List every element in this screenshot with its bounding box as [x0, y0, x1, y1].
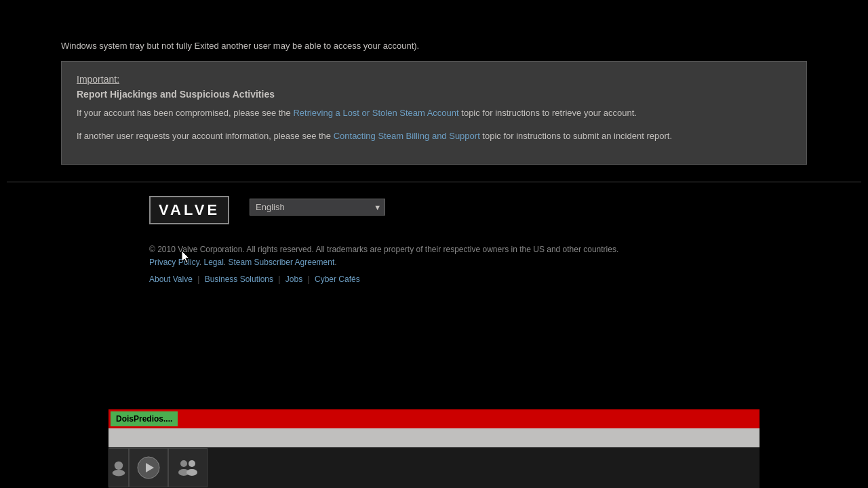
svg-point-7	[186, 469, 197, 476]
footer-nav-links: About Valve | Business Solutions | Jobs …	[149, 274, 861, 284]
link-cyber-cafes[interactable]: Cyber Cafés	[315, 274, 360, 284]
footer-copyright: © 2010 Valve Corporation. All rights res…	[149, 243, 644, 269]
important-title: Report Hijackings and Suspicious Activit…	[77, 89, 791, 100]
link-contacting-steam[interactable]: Contacting Steam Billing and Support	[334, 131, 480, 141]
link-privacy-policy[interactable]: Privacy Policy	[149, 258, 199, 267]
users-icon	[176, 455, 200, 480]
taskbar-red-bar: DoisPredios....	[108, 409, 760, 428]
taskbar-active-item[interactable]: DoisPredios....	[111, 411, 178, 426]
valve-logo-text: VALVE	[159, 201, 220, 218]
svg-point-1	[113, 470, 125, 476]
taskbar-icon-1-svg	[109, 455, 128, 480]
paragraph2: If another user requests your account in…	[77, 129, 791, 143]
link-jobs[interactable]: Jobs	[285, 274, 302, 284]
footer: VALVE English ▼ © 2010 Valve Corporation…	[0, 196, 868, 284]
taskbar-icon-1[interactable]	[108, 448, 129, 487]
link-legal[interactable]: Legal	[203, 258, 223, 267]
taskbar-bottom-bar	[108, 428, 760, 447]
link-retrieving-account[interactable]: Retrieving a Lost or Stolen Steam Accoun…	[293, 108, 458, 118]
language-selector-wrapper[interactable]: English ▼	[250, 199, 385, 216]
taskbar-icon-users[interactable]	[168, 448, 208, 487]
important-box: Important: Report Hijackings and Suspici…	[61, 61, 807, 165]
divider	[7, 182, 861, 182]
paragraph1: If your account has been compromised, pl…	[77, 106, 791, 120]
play-icon	[136, 455, 161, 480]
svg-point-4	[180, 460, 187, 467]
taskbar-icons	[108, 447, 760, 488]
svg-point-6	[189, 460, 195, 467]
footer-top-row: VALVE English ▼	[149, 196, 861, 235]
link-business-solutions[interactable]: Business Solutions	[205, 274, 273, 284]
link-subscriber-agreement[interactable]: Steam Subscriber Agreement	[229, 258, 335, 267]
important-label: Important:	[77, 74, 791, 85]
link-about-valve[interactable]: About Valve	[149, 274, 193, 284]
language-select[interactable]: English	[250, 199, 385, 216]
taskbar-icon-play[interactable]	[129, 448, 168, 487]
valve-logo: VALVE	[149, 196, 229, 224]
warning-text: Windows system tray but not fully Exited…	[54, 41, 814, 51]
svg-point-0	[115, 462, 123, 470]
